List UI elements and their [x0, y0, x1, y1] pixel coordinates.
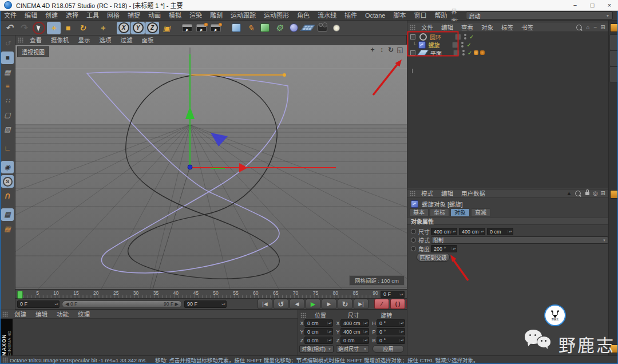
object-manager-menu-item[interactable]: 对象 [477, 23, 497, 32]
object-manager-menu-item[interactable]: 查看 [457, 23, 477, 32]
menu-item[interactable]: 运动跟踪 [227, 11, 260, 20]
live-selection-tool[interactable] [33, 22, 45, 34]
menu-item[interactable]: 模拟 [165, 11, 185, 20]
redo-button[interactable]: ↷ [17, 22, 30, 34]
position-mode-dropdown[interactable]: 对象(相对)▼ [299, 345, 334, 353]
viewport-canvas[interactable]: 透视视图 +↕↻◱ [15, 45, 407, 289]
lock-workplane-button[interactable]: ▦ [1, 208, 14, 221]
workplane-mode-button[interactable]: ≡ [1, 80, 14, 93]
panel-grip-icon[interactable] [410, 25, 415, 30]
play-button[interactable]: ▶ [306, 299, 320, 309]
size-value-field[interactable]: 400 cm▴▾ [431, 228, 457, 235]
menu-item[interactable]: 工具 [82, 11, 103, 20]
object-name[interactable]: 螺旋 [428, 41, 445, 49]
menu-item[interactable]: 运动图形 [260, 11, 293, 20]
enabled-check-icon[interactable]: ✓ [469, 34, 474, 40]
mode-dropdown[interactable]: 限制 ▼ [431, 236, 608, 244]
points-mode-button[interactable]: ∷ [1, 94, 14, 107]
render-queue-button[interactable]: ▶ [209, 22, 223, 34]
scale-tool[interactable]: ■ [61, 22, 75, 34]
environment-object-menu[interactable] [287, 22, 300, 34]
size-field[interactable]: 400 cm▴▾ [340, 328, 369, 335]
visibility-dots[interactable] [464, 33, 466, 40]
pan-view-icon[interactable]: + [368, 46, 377, 54]
primitive-cube-menu[interactable] [229, 22, 243, 34]
layer-chip[interactable] [452, 42, 458, 48]
menu-item[interactable]: 捕捉 [124, 11, 144, 20]
timeline-playhead[interactable] [17, 291, 23, 299]
object-manager-menu-item[interactable]: 文件 [417, 23, 437, 32]
visibility-dots[interactable] [462, 49, 465, 56]
panel-grip-icon[interactable] [300, 312, 306, 318]
position-field[interactable]: 0 cm▴▾ [304, 337, 333, 344]
enabled-check-icon[interactable]: ✓ [466, 42, 471, 48]
menu-item[interactable]: 脚本 [389, 11, 410, 20]
make-editable-button[interactable]: ↺ [1, 37, 14, 50]
size-value-field[interactable]: 0 cm▴▾ [487, 228, 513, 235]
menu-item[interactable]: 窗口 [410, 11, 430, 20]
object-name[interactable]: 圆环 [430, 33, 447, 41]
panel-grip-icon[interactable] [2, 311, 8, 317]
object-row-plane[interactable]: 平面 ✓ [407, 49, 608, 57]
material-menu-item[interactable]: 编辑 [31, 310, 52, 319]
menu-item[interactable]: 插件 [340, 11, 361, 20]
object-manager-menu-item[interactable]: 书签 [517, 23, 537, 32]
goto-end-button[interactable]: ▶| [354, 299, 369, 309]
menu-item[interactable]: 选择 [62, 11, 82, 20]
menu-item[interactable]: 角色 [293, 11, 314, 20]
object-tag-icon[interactable] [474, 50, 478, 55]
polygons-mode-button[interactable]: ▨ [1, 123, 14, 136]
spline-pen-menu[interactable]: ✎ [244, 22, 258, 34]
viewport-menu-item[interactable]: 过滤 [116, 35, 137, 45]
rotate-view-icon[interactable]: ↻ [386, 46, 395, 54]
ruler-frame-field[interactable]: 0 F ▴▾ [381, 291, 405, 298]
spinner-icon[interactable]: ▴▾ [54, 303, 59, 305]
view-label[interactable]: 透视视图 [17, 46, 49, 57]
material-menu-item[interactable]: 功能 [52, 310, 73, 319]
spinner-icon[interactable]: ▴▾ [399, 293, 404, 295]
magnet-snap-button[interactable]: U [1, 189, 14, 202]
toggle-view-icon[interactable]: ◱ [395, 46, 405, 54]
spinner-icon[interactable]: ▴▾ [221, 303, 226, 305]
vertical-tab[interactable] [609, 50, 618, 66]
target-icon[interactable]: ◎ [592, 189, 599, 197]
menu-item[interactable]: 网格 [103, 11, 124, 20]
apply-button[interactable]: 应用 [373, 345, 404, 353]
attribute-tab[interactable]: 对象 [450, 208, 470, 217]
object-name[interactable]: 平面 [430, 49, 446, 57]
menu-item[interactable]: 动画 [144, 11, 165, 20]
size-mode-dropdown[interactable]: 绝对尺寸▼ [336, 345, 369, 353]
tree-node-icon[interactable] [410, 50, 415, 56]
viewport-menu-item[interactable]: 选项 [95, 35, 116, 45]
rotation-field[interactable]: 0 °▴▾ [377, 319, 405, 327]
prev-frame-button[interactable]: ◀ [290, 299, 304, 309]
lock-icon[interactable] [585, 192, 589, 195]
model-mode-button[interactable]: ■ [1, 52, 14, 64]
attribute-tab[interactable]: 衰减 [471, 208, 490, 217]
axis-mode-button[interactable]: ∟ [1, 142, 14, 155]
edges-mode-button[interactable]: ▢ [1, 109, 14, 121]
size-field[interactable]: 400 cm▴▾ [340, 319, 369, 327]
rotation-field[interactable]: 0 °▴▾ [377, 328, 405, 335]
search-icon[interactable] [576, 25, 582, 30]
visibility-dots[interactable] [461, 41, 464, 48]
record-keyframe-button[interactable]: ∕ [374, 299, 389, 309]
deformer-menu[interactable]: ⚙ [272, 22, 286, 34]
undo-button[interactable]: ↶ [2, 22, 16, 34]
object-tag-icon[interactable] [480, 50, 485, 55]
menu-item[interactable]: 雕刻 [206, 11, 227, 20]
anim-dot-icon[interactable] [411, 238, 416, 243]
render-settings-button[interactable]: ▶ [195, 22, 208, 34]
lock-z-axis-button[interactable]: Z [145, 22, 159, 34]
coordinate-system-button[interactable]: ▣ [160, 22, 173, 34]
menu-item[interactable]: 流水线 [314, 11, 340, 20]
lock-y-axis-button[interactable]: Y [131, 22, 145, 34]
menu-item[interactable]: 编辑 [21, 11, 41, 20]
collapse-icon[interactable]: − [592, 23, 599, 31]
next-frame-button[interactable]: ▶ [322, 299, 336, 309]
layer-chip[interactable] [455, 34, 461, 40]
search-icon[interactable] [575, 191, 581, 196]
object-row-circle[interactable]: 圆环 ✓ [407, 33, 608, 41]
attribute-menu-item[interactable]: 模式 [417, 189, 437, 198]
menu-item[interactable]: Octane [361, 11, 389, 20]
